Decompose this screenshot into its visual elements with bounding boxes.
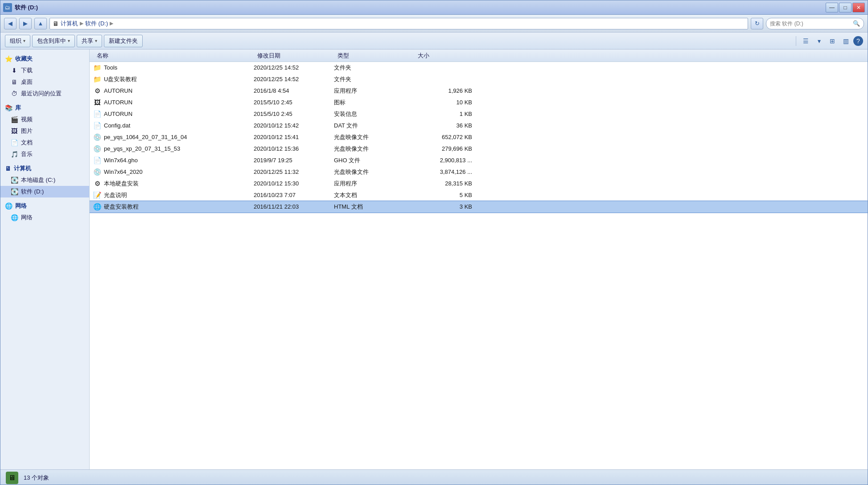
- sidebar-item-music[interactable]: 🎵 音乐: [0, 148, 89, 160]
- details-view-button[interactable]: ⊞: [827, 36, 838, 46]
- file-size-cell: 36 KB: [414, 122, 472, 129]
- share-button[interactable]: 共享 ▾: [77, 35, 102, 47]
- close-button[interactable]: ✕: [852, 3, 865, 12]
- table-row[interactable]: 💿 pe_yqs_xp_20_07_31_15_53 2020/10/12 15…: [90, 143, 868, 155]
- sidebar-item-desktop[interactable]: 🖥 桌面: [0, 76, 89, 88]
- file-name: AUTORUN: [104, 99, 132, 106]
- table-row[interactable]: 📄 Config.dat 2020/10/12 15:42 DAT 文件 36 …: [90, 120, 868, 132]
- table-row[interactable]: 📄 AUTORUN 2015/5/10 2:45 安装信息 1 KB: [90, 108, 868, 120]
- sidebar-item-download[interactable]: ⬇ 下载: [0, 65, 89, 76]
- search-input[interactable]: [770, 21, 851, 27]
- statusbar: 🖥 13 个对象: [0, 469, 868, 485]
- table-row[interactable]: 📁 U盘安装教程 2020/12/25 14:52 文件夹: [90, 74, 868, 85]
- new-folder-button[interactable]: 新建文件夹: [104, 35, 143, 47]
- sidebar-item-recent[interactable]: ⏱ 最近访问的位置: [0, 88, 89, 99]
- breadcrumb-sep-2: ▶: [110, 21, 113, 26]
- up-button[interactable]: ▲: [34, 18, 47, 29]
- file-name: Config.dat: [104, 122, 130, 129]
- file-type-cell: HTML 文档: [334, 203, 414, 211]
- view-options-button[interactable]: ☰: [800, 36, 811, 46]
- sidebar-network-header[interactable]: 🌐 网络: [0, 200, 89, 212]
- file-type-cell: 光盘映像文件: [334, 145, 414, 153]
- refresh-button[interactable]: ↻: [751, 18, 763, 29]
- table-row[interactable]: 🌐 硬盘安装教程 2016/11/21 22:03 HTML 文档 3 KB: [90, 201, 868, 213]
- file-type-icon: 🖼: [93, 99, 101, 106]
- file-date-cell: 2020/10/12 15:41: [254, 134, 334, 140]
- status-app-icon: 🖥: [8, 474, 16, 482]
- file-name-cell: 💿 pe_yqs_xp_20_07_31_15_53: [93, 145, 254, 153]
- titlebar-icon: 🗂: [3, 3, 12, 12]
- search-icon[interactable]: 🔍: [853, 20, 860, 27]
- sidebar-computer-header[interactable]: 🖥 计算机: [0, 163, 89, 174]
- file-name-cell: 📄 AUTORUN: [93, 110, 254, 118]
- sidebar-item-video[interactable]: 🎬 视频: [0, 114, 89, 125]
- col-header-name[interactable]: 名称: [93, 52, 254, 60]
- maximize-button[interactable]: □: [839, 3, 852, 12]
- file-name-cell: 📁 U盘安装教程: [93, 75, 254, 83]
- include-library-label: 包含到库中: [37, 37, 66, 45]
- window: 🗂 软件 (D:) — □ ✕ ◀ ▶ ▲ 🖥 计算机 ▶ 软件 (D:) ▶ …: [0, 0, 868, 485]
- file-name-cell: 📄 Win7x64.gho: [93, 156, 254, 164]
- file-list: 📁 Tools 2020/12/25 14:52 文件夹 📁 U盘安装教程 20…: [90, 62, 868, 213]
- organize-button[interactable]: 组织 ▾: [5, 35, 30, 47]
- file-name-cell: 💿 Win7x64_2020: [93, 168, 254, 176]
- file-size-cell: 28,315 KB: [414, 180, 472, 187]
- sidebar-section-computer: 🖥 计算机 💽 本地磁盘 (C:) 💽 软件 (D:): [0, 163, 89, 197]
- desktop-icon: 🖥: [10, 78, 18, 86]
- sidebar-item-drive-d[interactable]: 💽 软件 (D:): [0, 186, 89, 197]
- file-type-icon: 💿: [93, 133, 101, 141]
- breadcrumb-drive[interactable]: 软件 (D:): [85, 20, 108, 28]
- table-row[interactable]: ⚙ AUTORUN 2016/1/8 4:54 应用程序 1,926 KB: [90, 85, 868, 97]
- col-header-size[interactable]: 大小: [414, 52, 472, 60]
- file-type-cell: 光盘映像文件: [334, 168, 414, 176]
- table-row[interactable]: 📄 Win7x64.gho 2019/9/7 19:25 GHO 文件 2,90…: [90, 155, 868, 166]
- sidebar-item-network-label: 网络: [21, 214, 33, 222]
- library-icon: 📚: [5, 104, 12, 111]
- file-type-icon: ⚙: [93, 180, 101, 188]
- view-dropdown-button[interactable]: ▾: [813, 36, 825, 46]
- drive-c-icon: 💽: [10, 177, 18, 184]
- forward-button[interactable]: ▶: [19, 18, 32, 29]
- file-size-cell: 2,900,813 ...: [414, 157, 472, 164]
- sidebar-item-picture[interactable]: 🖼 图片: [0, 125, 89, 137]
- sidebar-item-drive-d-label: 软件 (D:): [21, 188, 44, 196]
- help-button[interactable]: ?: [853, 36, 863, 46]
- col-header-date[interactable]: 修改日期: [254, 52, 334, 60]
- titlebar-title: 软件 (D:): [15, 4, 38, 12]
- computer-icon: 🖥: [5, 165, 11, 172]
- toolbar-right: ☰ ▾ ⊞ ▥ ?: [794, 36, 863, 46]
- sidebar-network-label: 网络: [15, 202, 27, 210]
- file-type-cell: 安装信息: [334, 110, 414, 118]
- table-row[interactable]: 💿 pe_yqs_1064_20_07_31_16_04 2020/10/12 …: [90, 132, 868, 143]
- minimize-button[interactable]: —: [826, 3, 838, 12]
- table-row[interactable]: 🖼 AUTORUN 2015/5/10 2:45 图标 10 KB: [90, 97, 868, 108]
- table-row[interactable]: 💿 Win7x64_2020 2020/12/25 11:32 光盘映像文件 3…: [90, 166, 868, 178]
- file-date-cell: 2020/12/25 14:52: [254, 64, 334, 71]
- sidebar-library-header[interactable]: 📚 库: [0, 102, 89, 114]
- table-row[interactable]: 📁 Tools 2020/12/25 14:52 文件夹: [90, 62, 868, 74]
- back-button[interactable]: ◀: [4, 18, 16, 29]
- file-name-cell: 🖼 AUTORUN: [93, 99, 254, 106]
- col-header-type[interactable]: 类型: [334, 52, 414, 60]
- file-type-icon: 📄: [93, 156, 101, 164]
- sidebar-item-picture-label: 图片: [21, 127, 33, 135]
- include-library-button[interactable]: 包含到库中 ▾: [32, 35, 75, 47]
- file-type-cell: 图标: [334, 99, 414, 107]
- sidebar-item-recent-label: 最近访问的位置: [21, 90, 62, 98]
- sidebar-item-drive-c[interactable]: 💽 本地磁盘 (C:): [0, 174, 89, 186]
- download-icon: ⬇: [10, 67, 18, 74]
- table-row[interactable]: ⚙ 本地硬盘安装 2020/10/12 15:30 应用程序 28,315 KB: [90, 178, 868, 189]
- sidebar-favorites-header[interactable]: ⭐ 收藏夹: [0, 53, 89, 65]
- status-text: 13 个对象: [24, 474, 49, 482]
- file-name: 硬盘安装教程: [104, 203, 139, 211]
- file-name-cell: 💿 pe_yqs_1064_20_07_31_16_04: [93, 133, 254, 141]
- table-row[interactable]: 📝 光盘说明 2016/10/23 7:07 文本文档 5 KB: [90, 189, 868, 201]
- sidebar-item-network[interactable]: 🌐 网络: [0, 212, 89, 223]
- breadcrumb-computer[interactable]: 计算机: [61, 20, 78, 28]
- file-date-cell: 2020/12/25 11:32: [254, 169, 334, 175]
- sidebar-item-desktop-label: 桌面: [21, 78, 33, 86]
- preview-pane-button[interactable]: ▥: [840, 36, 852, 46]
- sidebar-item-document[interactable]: 📄 文档: [0, 137, 89, 148]
- breadcrumb-sep-1: ▶: [80, 21, 83, 26]
- addressbar: ◀ ▶ ▲ 🖥 计算机 ▶ 软件 (D:) ▶ ↻ 🔍: [0, 15, 868, 33]
